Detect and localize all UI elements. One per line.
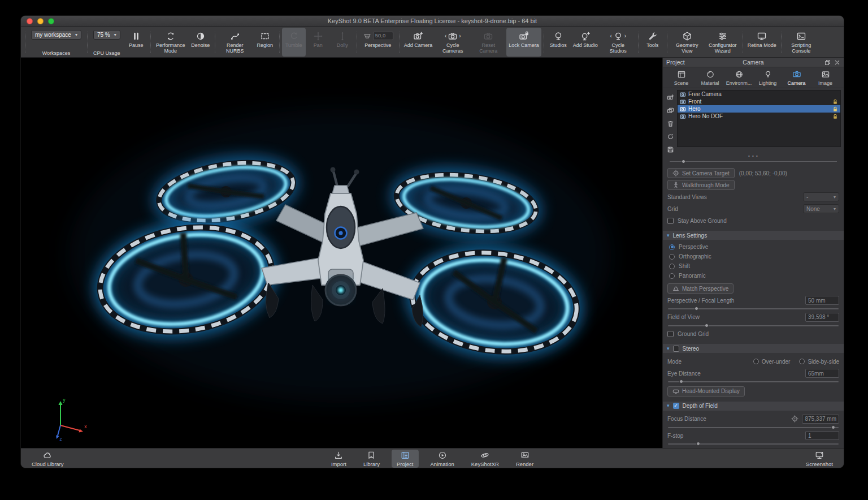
walkthrough-mode-button[interactable]: Walkthrough Mode: [667, 180, 735, 190]
focal-length-field[interactable]: 50 mm: [805, 296, 839, 305]
region-button[interactable]: Region: [253, 28, 277, 57]
depth-of-field-checkbox[interactable]: ✓: [673, 403, 679, 409]
focus-distance-slider[interactable]: [668, 425, 839, 429]
field-of-view-field[interactable]: 39,598 °: [805, 313, 839, 322]
reset-view-icon[interactable]: [667, 133, 674, 140]
perspective-radio[interactable]: [669, 244, 675, 250]
screenshot-button[interactable]: Screenshot: [801, 450, 838, 468]
field-of-view-slider-thumb[interactable]: [705, 324, 709, 327]
set-camera-target-button[interactable]: Set Camera Target: [667, 168, 735, 178]
performance-mode-button[interactable]: Performance Mode: [153, 28, 188, 57]
camera-row-hero-no-dof[interactable]: Hero No DOF: [678, 113, 840, 120]
fstop-slider[interactable]: [668, 441, 839, 445]
add-camera-button[interactable]: Add Camera: [402, 28, 435, 57]
reset-camera-button[interactable]: Reset Camera: [471, 28, 506, 57]
float-panel-icon[interactable]: [824, 59, 831, 66]
focus-distance-slider-thumb[interactable]: [831, 425, 835, 429]
eye-distance-field[interactable]: 65mm: [805, 369, 839, 378]
tab-image[interactable]: Image: [811, 70, 839, 86]
head-mounted-display-button[interactable]: Head-Mounted Display: [667, 386, 745, 396]
side-by-side-radio[interactable]: [799, 359, 805, 364]
tab-lighting[interactable]: Lighting: [754, 70, 782, 86]
splitter-handle-icon[interactable]: • • •: [663, 153, 844, 159]
fstop-field[interactable]: 1: [805, 431, 839, 440]
ground-grid-checkbox[interactable]: [667, 331, 674, 337]
add-studio-button[interactable]: Add Studio: [571, 28, 600, 57]
depth-of-field-section[interactable]: ▾ ✓ Depth of Field: [663, 402, 844, 411]
camera-row-hero[interactable]: Hero: [678, 105, 840, 113]
standard-views-select[interactable]: - ▾: [803, 192, 839, 201]
stereo-checkbox[interactable]: [673, 346, 679, 352]
focal-length-slider[interactable]: [668, 306, 839, 310]
tumble-button[interactable]: Tumble: [282, 28, 306, 57]
tab-environment[interactable]: Environm...: [725, 70, 753, 86]
dolly-button[interactable]: Dolly: [331, 28, 354, 57]
geometry-view-button[interactable]: Geometry View: [670, 28, 705, 57]
eye-distance-slider-thumb[interactable]: [679, 380, 683, 383]
render-nurbs-button[interactable]: Render NURBS: [218, 28, 253, 57]
panoramic-radio-row[interactable]: Panoramic: [669, 273, 839, 279]
cycle-cameras-button[interactable]: ‹ › Cycle Cameras: [435, 28, 470, 57]
eye-distance-slider[interactable]: [668, 379, 839, 383]
project-button[interactable]: Project: [392, 450, 419, 468]
list-size-slider-thumb[interactable]: [682, 160, 685, 163]
tools-button[interactable]: Tools: [641, 28, 665, 57]
pan-button[interactable]: Pan: [306, 28, 330, 57]
list-size-slider[interactable]: [670, 159, 837, 164]
perspective-radio-row[interactable]: Perspective: [669, 244, 839, 250]
pause-button[interactable]: Pause: [124, 28, 148, 57]
realtime-viewport[interactable]: y x z: [21, 58, 662, 448]
pan-label: Pan: [314, 42, 323, 48]
panoramic-radio[interactable]: [669, 273, 675, 279]
field-of-view-slider[interactable]: [668, 323, 839, 327]
tab-camera[interactable]: Camera: [783, 70, 810, 86]
keyshotxr-button[interactable]: KeyShotXR: [466, 450, 504, 468]
fstop-slider-thumb[interactable]: [696, 442, 700, 446]
perspective-control[interactable]: 50,0 Perspective: [359, 28, 397, 57]
grid-select[interactable]: None ▾: [803, 204, 839, 213]
cpu-usage-select[interactable]: 75 % ▾: [93, 30, 120, 40]
zoom-window-button[interactable]: [48, 18, 54, 24]
over-under-radio[interactable]: [753, 359, 759, 364]
animation-button[interactable]: Animation: [426, 450, 459, 468]
workspace-select[interactable]: my workspace ▾: [31, 30, 81, 40]
camera-row-front[interactable]: Front: [678, 98, 840, 105]
retina-mode-button[interactable]: Retina Mode: [745, 28, 779, 57]
close-panel-icon[interactable]: [834, 59, 840, 66]
cycle-studios-button[interactable]: ‹ › Cycle Studios: [601, 28, 636, 57]
add-camera-small-icon[interactable]: [667, 94, 674, 101]
orthographic-radio-row[interactable]: Orthographic: [669, 253, 839, 260]
render-button[interactable]: Render: [511, 450, 539, 468]
cpu-usage-group: 75 % ▾ CPU Usage: [90, 28, 124, 57]
pick-focus-point-icon[interactable]: [791, 415, 798, 423]
configurator-wizard-button[interactable]: Configurator Wizard: [705, 28, 740, 57]
lock-camera-button[interactable]: Lock Camera: [506, 28, 541, 57]
duplicate-camera-icon[interactable]: [667, 107, 674, 114]
save-camera-icon[interactable]: [667, 146, 674, 153]
delete-camera-icon[interactable]: [667, 120, 674, 127]
cloud-library-button[interactable]: Cloud Library: [27, 450, 69, 468]
stereo-section[interactable]: ▾ Stereo: [663, 344, 844, 353]
import-button[interactable]: Import: [326, 450, 351, 468]
shift-radio[interactable]: [669, 264, 675, 269]
tab-material[interactable]: Material: [696, 70, 724, 86]
stay-above-ground-checkbox[interactable]: [667, 218, 674, 224]
tab-scene[interactable]: Scene: [667, 70, 695, 86]
denoise-button[interactable]: Denoise: [189, 28, 212, 57]
over-under-radio-row[interactable]: Over-under: [753, 359, 791, 365]
minimize-window-button[interactable]: [37, 18, 44, 24]
lens-settings-section[interactable]: ▾ Lens Settings: [663, 231, 844, 240]
match-perspective-button[interactable]: Match Perspective: [667, 283, 734, 294]
side-by-side-radio-row[interactable]: Side-by-side: [799, 359, 839, 365]
focus-distance-field[interactable]: 875,337 mm: [802, 415, 839, 424]
studios-button[interactable]: Studios: [546, 28, 570, 57]
library-button[interactable]: Library: [358, 450, 385, 468]
focal-length-slider-thumb[interactable]: [695, 307, 698, 311]
scripting-console-button[interactable]: Scripting Console: [784, 28, 819, 57]
list-splitter[interactable]: • • •: [663, 153, 844, 165]
close-window-button[interactable]: [27, 18, 33, 24]
perspective-value-field[interactable]: 50,0: [373, 32, 393, 40]
orthographic-radio[interactable]: [669, 254, 675, 260]
shift-radio-row[interactable]: Shift: [669, 263, 839, 269]
camera-row-free-camera[interactable]: Free Camera: [678, 90, 840, 98]
